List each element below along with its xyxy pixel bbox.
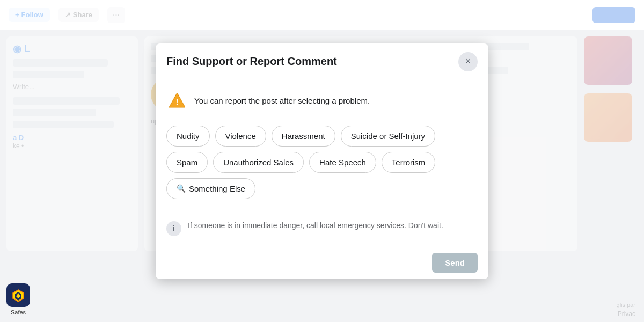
option-suicide[interactable]: Suicide or Self-Injury <box>341 126 435 147</box>
modal-overlay: Find Support or Report Comment × ! You c… <box>0 0 644 322</box>
modal-close-button[interactable]: × <box>458 52 478 71</box>
option-nudity[interactable]: Nudity <box>166 126 210 147</box>
modal-footer-info: i If someone is in immediate danger, cal… <box>156 210 488 246</box>
option-something-else[interactable]: 🔍 Something Else <box>166 178 255 199</box>
modal-header: Find Support or Report Comment × <box>156 43 488 80</box>
option-harassment[interactable]: Harassment <box>272 126 335 147</box>
info-banner: ! You can report the post after selectin… <box>156 80 488 121</box>
svg-text:!: ! <box>176 97 179 106</box>
options-grid: Nudity Violence Harassment Suicide or Se… <box>156 121 488 210</box>
send-button[interactable]: Send <box>432 253 478 273</box>
safes-badge: Safes <box>6 283 30 316</box>
option-violence[interactable]: Violence <box>215 126 266 147</box>
report-modal: Find Support or Report Comment × ! You c… <box>156 43 488 279</box>
safes-icon <box>6 283 30 307</box>
emergency-text: If someone is in immediate danger, call … <box>188 220 443 231</box>
option-hate-speech[interactable]: Hate Speech <box>309 152 376 173</box>
warning-icon: ! <box>166 90 188 112</box>
close-icon: × <box>465 56 471 67</box>
info-banner-text: You can report the post after selecting … <box>194 95 370 106</box>
info-circle-icon: i <box>166 221 181 236</box>
modal-action-bar: Send <box>156 246 488 279</box>
safes-label: Safes <box>11 309 26 316</box>
modal-title: Find Support or Report Comment <box>166 55 337 68</box>
option-terrorism[interactable]: Terrorism <box>382 152 436 173</box>
option-spam[interactable]: Spam <box>166 152 208 173</box>
search-icon: 🔍 <box>177 184 186 193</box>
option-unauthorized-sales[interactable]: Unauthorized Sales <box>213 152 304 173</box>
